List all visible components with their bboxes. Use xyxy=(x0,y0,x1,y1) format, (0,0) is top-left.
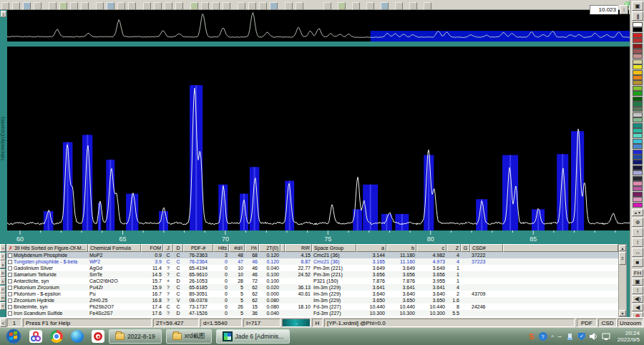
col-header[interactable]: Chemical Formula xyxy=(88,244,141,252)
palette-swatch[interactable] xyxy=(633,86,643,91)
palette-swatch[interactable] xyxy=(633,123,643,128)
table-row[interactable]: Antarcticite, synCaCl2!6H2O15.7+D26-1053… xyxy=(6,278,618,284)
table-letter-button-n[interactable]: n xyxy=(0,286,6,293)
status-color-scale[interactable]: - xyxy=(282,319,311,327)
toolbar-icon[interactable] xyxy=(165,2,172,10)
scroll-up-icon[interactable]: ▲ xyxy=(619,245,626,251)
toolbar-icon[interactable] xyxy=(96,2,104,10)
table-row[interactable]: Zirconium HydrideZrH0.2516.8?V08-0378056… xyxy=(6,297,618,303)
toolbar-icon[interactable] xyxy=(34,2,42,10)
toolbar-icon[interactable] xyxy=(70,2,78,10)
report-tool-icon[interactable]: ↕ xyxy=(632,286,643,294)
taskbar-jade-button[interactable]: Jade 6 [Adminis... xyxy=(216,329,291,344)
scale-value-box[interactable]: 10.023 xyxy=(590,5,618,14)
pdf-button[interactable]: PDF xyxy=(577,319,597,327)
taskbar-clock[interactable]: 20:24 2022/9/5 xyxy=(618,330,640,343)
palette-swatch[interactable] xyxy=(633,38,643,43)
row-checkbox[interactable] xyxy=(8,292,12,296)
start-button[interactable] xyxy=(6,329,21,344)
plot-tool-icon[interactable]: ↔ xyxy=(632,248,643,257)
plot-tool-icon[interactable]: ↕ xyxy=(632,238,643,247)
main-diffraction-plot[interactable] xyxy=(7,47,630,230)
col-header[interactable]: I% xyxy=(245,244,259,252)
report-tool-icon[interactable]: FH xyxy=(632,269,643,277)
overview-pattern-strip[interactable] xyxy=(7,10,630,42)
table-letter-button-v[interactable]: v xyxy=(0,302,6,310)
red-app-icon[interactable] xyxy=(92,330,104,343)
col-header[interactable]: c xyxy=(416,244,447,252)
palette-swatch[interactable] xyxy=(633,170,643,175)
palette-swatch[interactable] xyxy=(633,165,643,170)
toolbar-icon[interactable] xyxy=(175,2,183,10)
taskbar-folder-2022-8-19[interactable]: 2022-8-19 xyxy=(109,329,162,344)
palette-swatch[interactable] xyxy=(633,91,643,96)
toolbar-icon[interactable] xyxy=(381,2,389,10)
toolbar-icon[interactable] xyxy=(285,2,293,10)
tray-dash-icon[interactable]: – xyxy=(558,333,562,340)
col-header[interactable]: PDF-# xyxy=(183,244,213,252)
palette-swatch[interactable] xyxy=(633,139,643,144)
col-header[interactable]: CSD# xyxy=(470,244,503,252)
table-row[interactable]: Gadolinium SilverAgGd11.4?C65-4194010460… xyxy=(6,265,618,271)
table-letter-button-p[interactable]: p xyxy=(0,269,6,277)
col-header[interactable]: #d/I xyxy=(229,244,245,252)
overview-selection[interactable] xyxy=(371,31,630,42)
toolbar-icon[interactable] xyxy=(107,2,114,10)
toolbar-icon[interactable] xyxy=(352,2,360,10)
tray-question-icon[interactable]: ? xyxy=(539,332,547,341)
col-header-name[interactable]: ✗39 Hits Sorted on Figure-Of-M... xyxy=(6,244,88,252)
palette-swatch[interactable] xyxy=(633,80,643,85)
palette-swatch[interactable] xyxy=(633,107,643,112)
toolbar-icon[interactable] xyxy=(117,2,125,10)
toolbar-icon[interactable] xyxy=(409,2,417,10)
palette-swatch[interactable] xyxy=(633,176,643,181)
toolbar-icon[interactable] xyxy=(128,2,136,10)
tray-network-icon[interactable] xyxy=(602,333,610,341)
toolbar-icon[interactable] xyxy=(259,2,267,10)
table-letter-button-x[interactable]: x xyxy=(0,277,6,285)
toolbar-icon[interactable] xyxy=(81,2,89,10)
col-header[interactable]: Z xyxy=(447,244,461,252)
palette-swatch[interactable] xyxy=(633,22,643,27)
toolbar-icon[interactable] xyxy=(338,2,346,10)
table-row[interactable]: Plutonium ZirconiumPu4Zr15.9?C65-6185056… xyxy=(6,284,618,291)
toolbar-icon[interactable] xyxy=(248,2,256,10)
palette-swatch[interactable] xyxy=(633,54,643,59)
restore-window-icon[interactable]: ▣ xyxy=(632,1,643,11)
col-header[interactable]: FOM xyxy=(141,244,163,252)
palette-swatch[interactable] xyxy=(633,181,643,186)
tray-volume-icon[interactable] xyxy=(590,333,597,340)
toolbar-icon[interactable] xyxy=(238,2,245,10)
palette-swatch[interactable] xyxy=(633,117,643,122)
toolbar-icon[interactable] xyxy=(424,2,431,10)
table-letter-button-s[interactable]: s xyxy=(0,261,6,268)
table-letter-button-r[interactable]: r xyxy=(0,253,6,261)
plot-tool-icon[interactable]: ■ xyxy=(632,258,643,267)
row-checkbox[interactable] xyxy=(8,311,12,316)
table-scrollbar[interactable]: ▲ ≡ ▼ xyxy=(618,244,627,317)
chrome-icon[interactable] xyxy=(50,330,63,343)
palette-swatch[interactable] xyxy=(633,33,643,38)
palette-swatch[interactable] xyxy=(633,155,643,160)
tray-usb-icon[interactable] xyxy=(566,333,574,341)
row-checkbox[interactable] xyxy=(8,298,12,303)
palette-swatch[interactable] xyxy=(633,144,643,149)
toolbar-icon[interactable] xyxy=(223,2,230,10)
palette-swatch[interactable] xyxy=(633,27,643,32)
status-back-button[interactable]: < xyxy=(0,319,6,327)
palette-swatch[interactable] xyxy=(633,102,643,107)
row-checkbox[interactable] xyxy=(8,279,12,283)
report-tool-icon[interactable]: ◀ xyxy=(632,303,643,311)
col-header[interactable] xyxy=(503,244,618,252)
toolbar-icon[interactable] xyxy=(212,2,220,10)
toolbar-icon[interactable] xyxy=(366,2,374,10)
palette-swatch[interactable] xyxy=(633,112,643,117)
row-checkbox[interactable] xyxy=(8,253,12,258)
palette-swatch[interactable] xyxy=(633,128,643,133)
scale-updown-button[interactable]: ↕ xyxy=(620,5,628,14)
main-toolbar[interactable] xyxy=(0,0,644,10)
palette-swatch[interactable] xyxy=(633,64,643,69)
table-row[interactable]: Molybdenum PhosphideMoP20.9CC76-23633486… xyxy=(6,252,618,258)
table-row[interactable]: Tungsten phosphide - $-betaWP23.9CC76-23… xyxy=(6,258,618,265)
toolbar-icon[interactable] xyxy=(154,2,162,10)
